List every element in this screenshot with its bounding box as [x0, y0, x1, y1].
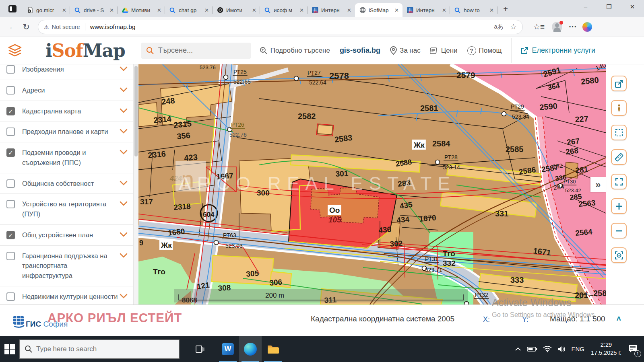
- identify-button[interactable]: [611, 100, 627, 116]
- volume-icon[interactable]: [557, 346, 566, 352]
- nav-detailed-search[interactable]: Подробно търсене: [260, 47, 330, 55]
- chevron-down-icon[interactable]: [120, 108, 128, 113]
- tab-close-icon[interactable]: ✕: [61, 7, 68, 14]
- browser-tab-how-to[interactable]: how to ✕: [450, 3, 497, 17]
- profile-avatar[interactable]: [552, 22, 562, 32]
- tab-close-icon[interactable]: ✕: [441, 7, 448, 14]
- layer-checkbox[interactable]: [6, 200, 15, 208]
- browser-tab-интерн[interactable]: ГИС Интерн ✕: [402, 3, 450, 17]
- copilot-icon[interactable]: [582, 22, 592, 32]
- minimize-button[interactable]: –: [574, 0, 597, 14]
- more-menu-icon[interactable]: ···: [569, 22, 577, 31]
- tab-close-icon[interactable]: ✕: [108, 7, 115, 14]
- tab-close-icon[interactable]: ✕: [393, 7, 400, 14]
- layer-checkbox[interactable]: ✓: [6, 107, 15, 115]
- map-search-box[interactable]: [141, 43, 251, 59]
- zoom-out-button[interactable]: [611, 223, 627, 239]
- tab-close-icon[interactable]: ✕: [298, 7, 305, 14]
- language-indicator[interactable]: ENG: [571, 346, 584, 352]
- layer-row-адреси[interactable]: Адреси: [0, 80, 133, 101]
- layer-checkbox[interactable]: [6, 65, 15, 74]
- layer-row-недвижими[interactable]: Недвижими културни ценности: [0, 286, 133, 304]
- chevron-down-icon[interactable]: [120, 201, 128, 206]
- back-icon[interactable]: ←: [6, 20, 19, 34]
- sidebar-scrollbar[interactable]: [133, 64, 138, 304]
- collapse-statusbar-icon[interactable]: ᴧ: [617, 314, 621, 323]
- chevron-down-icon[interactable]: [120, 129, 128, 134]
- url-text[interactable]: www.isofmap.bg: [90, 23, 488, 31]
- layer-checkbox[interactable]: [6, 252, 15, 260]
- layer-row-подземни[interactable]: ✓ Подземни проводи и съоръжения (ППС): [0, 142, 133, 173]
- layer-row-гаранционна[interactable]: Гаранционна поддръжка на транспортната и…: [0, 246, 133, 286]
- locate-button[interactable]: [611, 247, 627, 263]
- edge-taskbar-button[interactable]: [239, 336, 262, 362]
- chevron-down-icon[interactable]: [120, 181, 128, 185]
- layer-checkbox[interactable]: [6, 128, 15, 136]
- layer-checkbox[interactable]: [6, 292, 15, 301]
- browser-tab-мотиви[interactable]: Мотиви ✕: [118, 3, 165, 17]
- battery-icon[interactable]: [527, 346, 537, 352]
- layer-row-кадастрална[interactable]: ✓ Кадастрална карта: [0, 101, 133, 122]
- tab-close-icon[interactable]: ✕: [346, 7, 353, 14]
- chevron-down-icon[interactable]: [120, 232, 128, 237]
- select-area-button[interactable]: [611, 125, 627, 140]
- tab-actions-icon[interactable]: [6, 3, 19, 15]
- favorite-star-icon[interactable]: ☆: [510, 22, 517, 31]
- layer-checkbox[interactable]: ✓: [6, 148, 15, 157]
- browser-tab-chat-gp[interactable]: chat gp ✕: [165, 3, 213, 17]
- taskbar-search-input[interactable]: [36, 345, 169, 353]
- browser-tab-имоти[interactable]: Имоти ✕: [213, 3, 260, 17]
- search-input[interactable]: [158, 46, 239, 55]
- layer-row-устройство[interactable]: Устройство на територията (ПУП): [0, 194, 133, 225]
- expand-panel-button[interactable]: »: [590, 177, 606, 192]
- new-tab-button[interactable]: +: [500, 3, 511, 14]
- chevron-down-icon[interactable]: [120, 150, 128, 154]
- wifi-icon[interactable]: [543, 346, 552, 352]
- address-bar[interactable]: ⚠ Not secure www.isofmap.bg aあ ☆: [38, 20, 523, 34]
- chevron-down-icon[interactable]: [120, 253, 128, 258]
- nav-e-services[interactable]: Електронни услуги: [520, 46, 595, 55]
- taskbar-clock[interactable]: 2:2917.5.2025 г.: [591, 341, 621, 357]
- browser-tab-go-micr[interactable]: go.micr ✕: [23, 3, 70, 17]
- tab-close-icon[interactable]: ✕: [488, 7, 495, 14]
- restore-button[interactable]: ❐: [597, 0, 621, 14]
- layers-menu-button[interactable]: [0, 37, 30, 64]
- close-button[interactable]: ✕: [621, 0, 644, 14]
- browser-tab-интерн[interactable]: ГИС Интерн ✕: [308, 3, 355, 17]
- nav-about[interactable]: За нас: [390, 46, 421, 55]
- chevron-down-icon[interactable]: [120, 294, 128, 298]
- refresh-icon[interactable]: ↻: [19, 20, 33, 34]
- tab-close-icon[interactable]: ✕: [203, 7, 210, 14]
- fullscreen-button[interactable]: [611, 174, 627, 189]
- layer-row-изображения[interactable]: Изображения: [0, 64, 133, 80]
- tab-close-icon[interactable]: ✕: [156, 7, 163, 14]
- open-external-button[interactable]: [611, 76, 627, 91]
- browser-tab-isofmap[interactable]: iSofMap ✕: [355, 3, 402, 17]
- tab-close-icon[interactable]: ✕: [251, 7, 258, 14]
- task-view-button[interactable]: [188, 336, 211, 362]
- favorites-bar-icon[interactable]: ☆≡: [533, 22, 545, 31]
- layer-checkbox[interactable]: [6, 179, 15, 188]
- taskbar-search-box[interactable]: [19, 339, 180, 359]
- tray-chevron-icon[interactable]: [515, 347, 521, 351]
- chevron-down-icon[interactable]: [120, 87, 128, 92]
- layer-row-предходни[interactable]: Предходни планове и карти: [0, 121, 133, 142]
- layer-checkbox[interactable]: ✓: [6, 231, 15, 239]
- zoom-in-button[interactable]: [611, 198, 627, 214]
- security-label[interactable]: Not secure: [52, 24, 80, 30]
- explorer-taskbar-button[interactable]: [262, 336, 284, 362]
- layer-row-общинска[interactable]: Общинска собственост: [0, 173, 133, 194]
- browser-tab-drive-s[interactable]: drive - S ✕: [70, 3, 118, 17]
- measure-button[interactable]: [611, 149, 627, 165]
- isofmap-logo[interactable]: iSofMap: [45, 40, 125, 61]
- map-canvas[interactable]: 523.76РТ25522.65РТ27522.6425782579140259…: [138, 64, 606, 304]
- chevron-down-icon[interactable]: [120, 66, 128, 71]
- layer-row-общ[interactable]: ✓ Общ устройствен план: [0, 225, 133, 246]
- notification-center-button[interactable]: 1: [628, 343, 638, 355]
- browser-tab-исоф-м[interactable]: исоф м ✕: [260, 3, 308, 17]
- nav-prices[interactable]: Цени: [430, 47, 458, 55]
- word-taskbar-button[interactable]: W: [217, 336, 239, 362]
- nav-gis-sofia-link[interactable]: gis-sofia.bg: [340, 46, 380, 55]
- translate-icon[interactable]: aあ: [494, 23, 504, 31]
- nav-help[interactable]: ? Помощ: [467, 46, 502, 55]
